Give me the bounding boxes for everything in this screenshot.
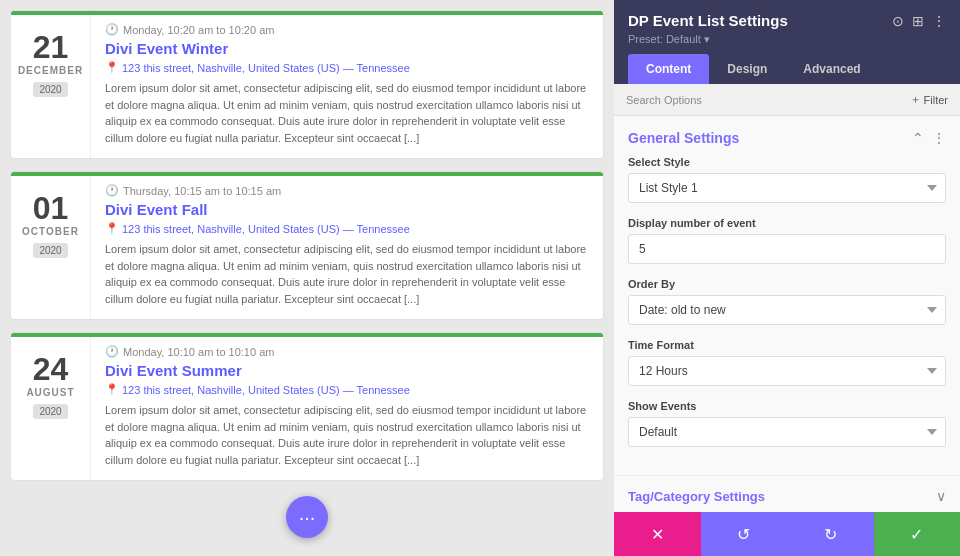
event-day: 01 — [33, 192, 69, 224]
panel-tabs: Content Design Advanced — [628, 54, 946, 84]
event-date: 01 OCTOBER 2020 — [11, 172, 91, 319]
form-field-3: Time Format 12 Hours24 Hours — [628, 339, 946, 386]
event-card: 01 OCTOBER 2020 🕐 Thursday, 10:15 am to … — [10, 171, 604, 320]
filter-label: Filter — [924, 94, 948, 106]
event-day: 21 — [33, 31, 69, 63]
form-field-2: Order By Date: old to newDate: new to ol… — [628, 278, 946, 325]
panel-body: Search Options ＋ Filter General Settings… — [614, 84, 960, 512]
search-options-label: Search Options — [626, 94, 702, 106]
tag-chevron-icon[interactable]: ∨ — [936, 488, 946, 504]
event-time-text: Monday, 10:20 am to 10:20 am — [123, 24, 274, 36]
form-label-3: Time Format — [628, 339, 946, 351]
select-4[interactable]: DefaultUpcomingPast — [628, 417, 946, 447]
section-more-icon[interactable]: ⋮ — [932, 130, 946, 146]
tab-content[interactable]: Content — [628, 54, 709, 84]
event-description: Lorem ipsum dolor sit amet, consectetur … — [105, 241, 589, 307]
event-location-text: 123 this street, Nashville, United State… — [122, 62, 410, 74]
pin-icon: 📍 — [105, 61, 119, 74]
event-date: 21 DECEMBER 2020 — [11, 11, 91, 158]
event-content: 🕐 Monday, 10:10 am to 10:10 am Divi Even… — [91, 333, 603, 480]
form-label-1: Display number of event — [628, 217, 946, 229]
event-card: 24 AUGUST 2020 🕐 Monday, 10:10 am to 10:… — [10, 332, 604, 481]
event-time: 🕐 Thursday, 10:15 am to 10:15 am — [105, 184, 589, 197]
cancel-icon: ✕ — [651, 525, 664, 544]
event-time: 🕐 Monday, 10:10 am to 10:10 am — [105, 345, 589, 358]
fab-button[interactable]: ··· — [286, 496, 328, 538]
refresh-button[interactable]: ↻ — [787, 512, 874, 556]
event-location-text: 123 this street, Nashville, United State… — [122, 223, 410, 235]
save-icon: ✓ — [910, 525, 923, 544]
tab-advanced[interactable]: Advanced — [785, 54, 878, 84]
refresh-icon: ↻ — [824, 525, 837, 544]
form-field-1: Display number of event — [628, 217, 946, 264]
event-date: 24 AUGUST 2020 — [11, 333, 91, 480]
grid-icon[interactable]: ⊞ — [912, 13, 924, 29]
form-label-2: Order By — [628, 278, 946, 290]
event-month: AUGUST — [26, 387, 74, 398]
settings-panel: DP Event List Settings ⊙ ⊞ ⋮ Preset: Def… — [614, 0, 960, 556]
form-field-4: Show Events DefaultUpcomingPast — [628, 400, 946, 447]
select-2[interactable]: Date: old to newDate: new to oldAlphabet… — [628, 295, 946, 325]
tag-section-title: Tag/Category Settings — [628, 489, 765, 504]
event-title[interactable]: Divi Event Winter — [105, 40, 589, 57]
event-year: 2020 — [33, 243, 67, 258]
general-settings-header: General Settings ⌃ ⋮ — [614, 116, 960, 156]
form-label-0: Select Style — [628, 156, 946, 168]
event-location: 📍 123 this street, Nashville, United Sta… — [105, 383, 589, 396]
event-location: 📍 123 this street, Nashville, United Sta… — [105, 222, 589, 235]
event-title[interactable]: Divi Event Fall — [105, 201, 589, 218]
tab-design[interactable]: Design — [709, 54, 785, 84]
section-actions: ⌃ ⋮ — [912, 130, 946, 146]
form-label-4: Show Events — [628, 400, 946, 412]
form-field-0: Select Style List Style 1List Style 2Lis… — [628, 156, 946, 203]
panel-title: DP Event List Settings — [628, 12, 788, 29]
event-list-panel: 21 DECEMBER 2020 🕐 Monday, 10:20 am to 1… — [0, 0, 614, 556]
event-year: 2020 — [33, 82, 67, 97]
search-filter-bar: Search Options ＋ Filter — [614, 84, 960, 116]
clock-icon: 🕐 — [105, 345, 119, 358]
event-card: 21 DECEMBER 2020 🕐 Monday, 10:20 am to 1… — [10, 10, 604, 159]
event-time-text: Thursday, 10:15 am to 10:15 am — [123, 185, 281, 197]
event-description: Lorem ipsum dolor sit amet, consectetur … — [105, 402, 589, 468]
event-day: 24 — [33, 353, 69, 385]
preset-label[interactable]: Preset: Default ▾ — [628, 33, 946, 46]
filter-plus-icon: ＋ — [910, 92, 921, 107]
input-1[interactable] — [628, 234, 946, 264]
save-button[interactable]: ✓ — [874, 512, 961, 556]
event-description: Lorem ipsum dolor sit amet, consectetur … — [105, 80, 589, 146]
tag-category-section: Tag/Category Settings ∨ — [614, 475, 960, 512]
reset-icon: ↺ — [737, 525, 750, 544]
panel-footer: ✕ ↺ ↻ ✓ — [614, 512, 960, 556]
reset-button[interactable]: ↺ — [701, 512, 788, 556]
pin-icon: 📍 — [105, 383, 119, 396]
fab-icon: ··· — [299, 506, 316, 529]
header-icons: ⊙ ⊞ ⋮ — [892, 13, 946, 29]
settings-form: Select Style List Style 1List Style 2Lis… — [614, 156, 960, 475]
event-month: DECEMBER — [18, 65, 83, 76]
filter-button[interactable]: ＋ Filter — [910, 92, 948, 107]
clock-icon: 🕐 — [105, 23, 119, 36]
select-0[interactable]: List Style 1List Style 2List Style 3 — [628, 173, 946, 203]
collapse-icon[interactable]: ⌃ — [912, 130, 924, 146]
event-year: 2020 — [33, 404, 67, 419]
pin-icon: 📍 — [105, 222, 119, 235]
event-time: 🕐 Monday, 10:20 am to 10:20 am — [105, 23, 589, 36]
event-location-text: 123 this street, Nashville, United State… — [122, 384, 410, 396]
event-time-text: Monday, 10:10 am to 10:10 am — [123, 346, 274, 358]
panel-header: DP Event List Settings ⊙ ⊞ ⋮ Preset: Def… — [614, 0, 960, 84]
cancel-button[interactable]: ✕ — [614, 512, 701, 556]
event-month: OCTOBER — [22, 226, 79, 237]
focus-icon[interactable]: ⊙ — [892, 13, 904, 29]
event-title[interactable]: Divi Event Summer — [105, 362, 589, 379]
event-content: 🕐 Monday, 10:20 am to 10:20 am Divi Even… — [91, 11, 603, 158]
more-icon[interactable]: ⋮ — [932, 13, 946, 29]
event-location: 📍 123 this street, Nashville, United Sta… — [105, 61, 589, 74]
event-content: 🕐 Thursday, 10:15 am to 10:15 am Divi Ev… — [91, 172, 603, 319]
clock-icon: 🕐 — [105, 184, 119, 197]
general-settings-title: General Settings — [628, 130, 739, 146]
select-3[interactable]: 12 Hours24 Hours — [628, 356, 946, 386]
